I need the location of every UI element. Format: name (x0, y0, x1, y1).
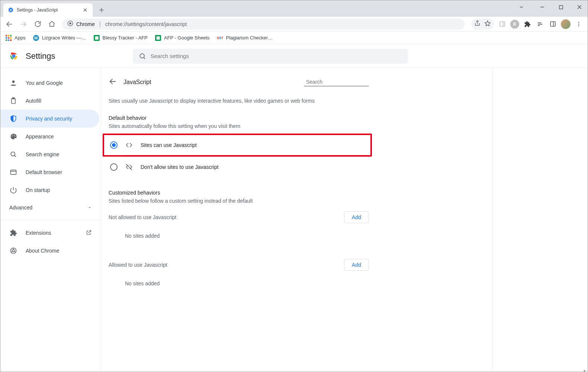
svg-point-27 (140, 54, 144, 58)
page-title: JavaScript (123, 79, 151, 86)
chrome-logo-icon (9, 51, 19, 61)
profile-avatar[interactable] (561, 19, 571, 29)
tab-search-button[interactable] (518, 4, 524, 12)
back-button[interactable] (3, 18, 15, 30)
omnibox-origin: Chrome (76, 21, 95, 27)
search-icon (139, 52, 146, 60)
default-behavior-subtitle: Sites automatically follow this setting … (109, 123, 369, 129)
custom-behaviors-title: Customized behaviors (109, 190, 369, 196)
not-allowed-row: Not allowed to use Javascript Add (109, 211, 369, 223)
svg-marker-13 (485, 20, 491, 26)
sidebar-item-extensions[interactable]: Extensions (0, 224, 101, 242)
browser-tab[interactable]: Settings - JavaScript (3, 3, 93, 17)
radio-dont-allow-js[interactable]: Don't allow sites to use Javascript (109, 157, 369, 177)
svg-rect-19 (550, 22, 555, 26)
gear-icon (8, 7, 14, 13)
wordpress-icon: W (33, 35, 39, 41)
settings-app: Settings You and Google Autofill Privacy… (0, 44, 588, 372)
add-not-allowed-button[interactable]: Add (344, 211, 369, 223)
sidebar-item-you-and-google[interactable]: You and Google (0, 74, 101, 92)
bookmarks-bar: Apps W Lizgrace Writes —… ▦ Blessy Track… (0, 32, 588, 44)
radio-sites-can-use-js[interactable]: Sites can use Javascript (109, 135, 367, 155)
tab-close-button[interactable] (82, 7, 88, 13)
svg-point-35 (15, 136, 15, 137)
sheets-icon: ▦ (155, 35, 161, 41)
search-settings-input[interactable] (151, 53, 402, 59)
svg-point-23 (578, 25, 579, 26)
home-button[interactable] (46, 18, 58, 30)
allowed-row: Allowed to use Javascript Add (109, 259, 369, 271)
window-controls (536, 2, 585, 12)
clipboard-icon (9, 97, 17, 105)
sidebar-item-privacy-security[interactable]: Privacy and security (0, 110, 99, 128)
new-tab-button[interactable] (96, 5, 107, 15)
forward-button[interactable] (17, 18, 29, 30)
bookmark-star-icon[interactable] (484, 20, 491, 28)
svg-line-49 (126, 164, 132, 170)
page-search-input[interactable] (306, 79, 371, 85)
page-scrollbar[interactable]: ▴ ▾ (581, 45, 588, 372)
allowed-empty-text: No sites added (109, 275, 369, 292)
settings-main[interactable]: JavaScript Sites usually use Javascript … (101, 44, 493, 372)
settings-title: Settings (26, 51, 55, 61)
chrome-menu-button[interactable] (573, 18, 585, 30)
tab-title: Settings - JavaScript (17, 7, 79, 13)
svg-line-37 (15, 155, 16, 157)
reading-list-icon[interactable] (547, 18, 559, 30)
extensions-puzzle-icon[interactable] (521, 18, 533, 30)
not-allowed-empty-text: No sites added (109, 228, 369, 244)
search-icon (9, 151, 17, 158)
sst-icon: SST (217, 35, 223, 41)
search-settings-box[interactable] (133, 49, 408, 64)
bookmark-afp-sheets[interactable]: ▦ AFP - Google Sheets (155, 35, 210, 41)
external-link-icon (86, 230, 92, 237)
sidebar-advanced-toggle[interactable]: Advanced (0, 199, 101, 216)
svg-point-11 (69, 22, 71, 24)
sidebar-item-appearance[interactable]: Appearance (0, 128, 101, 145)
page-description: Sites usually use Javascript to display … (109, 98, 369, 104)
svg-rect-14 (500, 22, 505, 26)
sidebar-item-on-startup[interactable]: On startup (0, 181, 101, 199)
person-icon (9, 79, 17, 87)
palette-icon (9, 133, 17, 140)
maximize-button[interactable] (555, 2, 567, 12)
annotation-highlight: Sites can use Javascript (103, 134, 372, 157)
browser-window-icon (9, 169, 17, 176)
title-bar: Settings - JavaScript (0, 0, 588, 17)
puzzle-icon (9, 229, 17, 237)
page-search[interactable] (304, 78, 369, 86)
power-icon (9, 186, 17, 194)
svg-line-44 (11, 251, 13, 253)
sidebar-item-search-engine[interactable]: Search engine (0, 145, 101, 163)
svg-point-22 (578, 23, 579, 25)
default-behavior-title: Default behavior (109, 115, 369, 121)
address-bar[interactable]: Chrome | chrome://settings/content/javas… (62, 19, 465, 30)
bookmark-plagiarism-checker[interactable]: SST Plagiarism Checker… (217, 35, 273, 41)
back-arrow-button[interactable] (109, 77, 117, 87)
media-control-icon[interactable] (534, 18, 546, 30)
page-header: JavaScript (109, 72, 369, 93)
scroll-down-arrow[interactable]: ▾ (581, 368, 588, 372)
share-icon[interactable] (474, 20, 481, 28)
minimize-button[interactable] (536, 2, 548, 12)
sidebar-item-about-chrome[interactable]: About Chrome (0, 242, 101, 260)
site-info-icon[interactable] (67, 20, 73, 28)
close-window-button[interactable] (573, 2, 585, 12)
sidebar-item-default-browser[interactable]: Default browser (0, 163, 101, 181)
bookmark-apps[interactable]: Apps (6, 35, 26, 41)
sheets-icon: ▦ (94, 35, 100, 41)
k-extension-icon[interactable]: K (509, 18, 521, 30)
code-icon (125, 141, 133, 149)
bookmark-blessy-tracker[interactable]: ▦ Blessy Tracker - AFP (94, 35, 148, 41)
settings-sidebar: You and Google Autofill Privacy and secu… (0, 44, 101, 372)
chevron-down-icon (87, 205, 92, 210)
reload-button[interactable] (32, 18, 44, 30)
add-allowed-button[interactable]: Add (344, 259, 369, 271)
sidebar-item-autofill[interactable]: Autofill (0, 92, 101, 110)
radio-button[interactable] (110, 163, 118, 171)
radio-label: Don't allow sites to use Javascript (141, 164, 219, 170)
sidepanel-button[interactable] (496, 18, 508, 30)
bookmark-lizgrace[interactable]: W Lizgrace Writes —… (33, 35, 86, 41)
svg-point-21 (578, 22, 579, 23)
radio-button[interactable] (110, 141, 118, 149)
